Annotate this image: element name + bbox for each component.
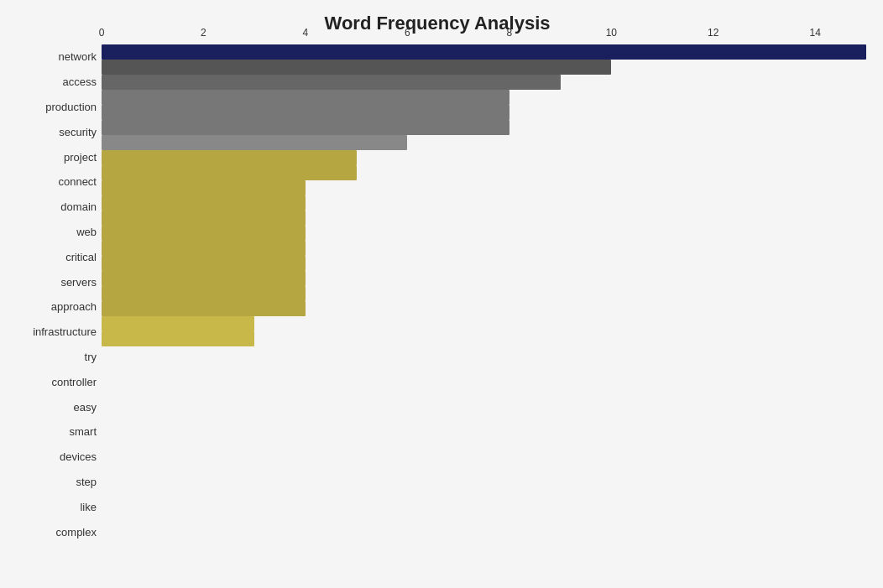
bar: [102, 180, 306, 195]
bar-row: [102, 44, 866, 60]
bar: [102, 301, 306, 316]
y-label: smart: [8, 420, 97, 443]
x-tick-label: 8: [507, 27, 513, 39]
y-label: domain: [8, 195, 97, 218]
x-tick-label: 6: [405, 27, 410, 39]
y-label: project: [8, 146, 97, 169]
y-label: critical: [8, 246, 97, 268]
bar-row: [102, 90, 866, 105]
bar-row: [102, 301, 866, 316]
x-tick-label: 14: [810, 27, 821, 39]
bar: [102, 165, 357, 180]
bar: [102, 90, 509, 105]
y-label: easy: [8, 396, 97, 419]
bar-row: [102, 256, 866, 271]
bar: [102, 60, 611, 75]
y-label: infrastructure: [8, 320, 97, 343]
bar-row: [102, 165, 866, 180]
y-label: complex: [8, 521, 97, 544]
y-label: controller: [8, 371, 97, 393]
y-label: approach: [8, 295, 97, 318]
bar-row: [102, 135, 866, 150]
bar-row: [102, 60, 866, 75]
bar: [102, 120, 509, 135]
bar-row: [102, 150, 866, 165]
bar-row: [102, 75, 866, 90]
bar: [102, 211, 306, 226]
bar-row: [102, 180, 866, 195]
y-label: devices: [8, 445, 97, 468]
chart-area: networkaccessproductionsecurityprojectco…: [8, 43, 866, 546]
y-label: production: [8, 96, 97, 118]
y-axis-labels: networkaccessproductionsecurityprojectco…: [8, 43, 101, 546]
x-tick-label: 4: [303, 27, 309, 39]
x-tick-label: 10: [606, 27, 617, 39]
bar: [102, 256, 306, 271]
bar-row: [102, 195, 866, 211]
bar: [102, 75, 561, 90]
bar-row: [102, 286, 866, 301]
bar: [102, 226, 306, 241]
bar: [102, 44, 866, 60]
bar-row: [102, 105, 866, 120]
y-label: network: [8, 45, 97, 68]
bar-row: [102, 271, 866, 286]
y-label: connect: [8, 170, 97, 193]
bar: [102, 316, 254, 331]
bar: [102, 271, 306, 286]
y-label: web: [8, 221, 97, 243]
y-label: servers: [8, 271, 97, 294]
bar-row: [102, 211, 866, 226]
bar-row: [102, 226, 866, 241]
bar-row: [102, 120, 866, 135]
x-tick-label: 2: [201, 27, 206, 39]
bar: [102, 331, 254, 346]
y-label: security: [8, 121, 97, 143]
bar: [102, 241, 306, 256]
chart-container: Word Frequency Analysis networkaccesspro…: [0, 0, 883, 588]
x-tick-label: 0: [99, 27, 105, 39]
bar: [102, 286, 306, 301]
y-label: access: [8, 70, 97, 93]
bar: [102, 135, 407, 150]
bar-row: [102, 316, 866, 331]
bar-row: [102, 241, 866, 256]
bar: [102, 150, 357, 165]
x-tick-label: 12: [708, 27, 718, 39]
bar-row: [102, 331, 866, 346]
y-label: try: [8, 346, 97, 368]
y-label: like: [8, 496, 97, 518]
bar: [102, 195, 306, 211]
bar: [102, 105, 509, 120]
y-label: step: [8, 471, 97, 493]
